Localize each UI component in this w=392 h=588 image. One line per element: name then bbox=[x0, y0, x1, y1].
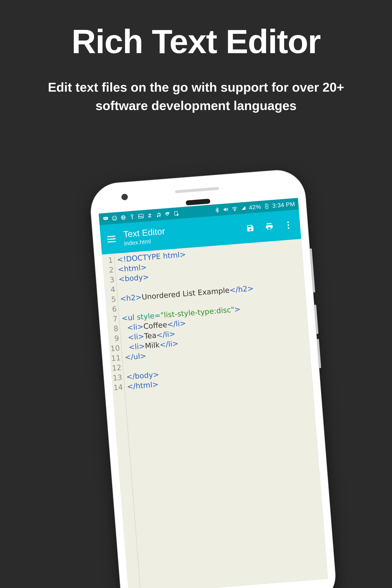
svg-rect-11 bbox=[132, 216, 132, 219]
refresh-icon bbox=[164, 211, 171, 217]
svg-point-15 bbox=[177, 214, 178, 215]
line-number: 12 bbox=[110, 362, 122, 373]
code-token: </li> bbox=[156, 330, 176, 340]
phone-earpiece bbox=[186, 199, 210, 206]
phone-side-button bbox=[314, 304, 318, 334]
save-button[interactable] bbox=[242, 220, 258, 236]
svg-point-4 bbox=[112, 216, 117, 220]
phone-side-button bbox=[310, 248, 315, 292]
code-token: <li> bbox=[128, 342, 145, 352]
screen-icon bbox=[173, 210, 180, 216]
code-token: <li> bbox=[128, 332, 144, 342]
face-icon bbox=[111, 215, 118, 221]
phone-camera bbox=[121, 194, 128, 200]
line-number: 6 bbox=[106, 304, 117, 314]
code-token: </li> bbox=[167, 319, 186, 329]
line-number: 14 bbox=[112, 382, 123, 393]
hero-title: Rich Text Editor bbox=[0, 22, 392, 61]
cell-icon bbox=[240, 205, 247, 211]
line-number: 9 bbox=[108, 334, 119, 344]
phone-screen: 42% 3:34 PM Text Editor index.html bbox=[99, 198, 328, 588]
code-token: <html> bbox=[117, 263, 147, 274]
print-button[interactable] bbox=[262, 219, 277, 235]
toolbar-title-block: Text Editor index.html bbox=[118, 220, 244, 248]
code-token: <li> bbox=[127, 322, 144, 332]
svg-point-6 bbox=[115, 217, 116, 218]
line-number: 1 bbox=[102, 255, 113, 266]
code-token: > bbox=[234, 305, 241, 314]
code-token: </html> bbox=[127, 380, 159, 391]
phone-speaker-grill bbox=[175, 187, 219, 193]
battery-icon bbox=[264, 203, 270, 209]
svg-rect-12 bbox=[132, 218, 133, 218]
line-number: 7 bbox=[106, 314, 118, 324]
code-token: Milk bbox=[144, 340, 160, 350]
letter-z-icon bbox=[146, 212, 153, 218]
code-token: Coffee bbox=[143, 320, 167, 330]
globe-icon bbox=[120, 214, 127, 220]
chat-icon bbox=[102, 216, 109, 222]
wifi-icon bbox=[231, 206, 238, 212]
code-token: <body> bbox=[118, 272, 150, 284]
svg-line-9 bbox=[121, 217, 125, 218]
code-content[interactable]: <!DOCTYPE html><html><body><h2>Unordered… bbox=[114, 239, 328, 588]
code-token: style= bbox=[136, 311, 161, 322]
line-number: 3 bbox=[104, 275, 115, 285]
music-icon bbox=[155, 212, 162, 218]
svg-point-24 bbox=[287, 222, 289, 223]
line-number: 13 bbox=[111, 372, 122, 383]
code-token: </h2> bbox=[229, 284, 254, 294]
svg-rect-22 bbox=[107, 238, 116, 240]
svg-point-18 bbox=[234, 210, 235, 211]
mute-icon bbox=[222, 206, 229, 212]
svg-rect-21 bbox=[107, 236, 116, 238]
phone-mockup: 42% 3:34 PM Text Editor index.html bbox=[88, 168, 338, 588]
line-number: 10 bbox=[109, 343, 120, 354]
hero-subtitle: Edit text files on the go with support f… bbox=[30, 78, 362, 115]
bluetooth-icon bbox=[214, 207, 220, 213]
code-editor[interactable]: 1234567891011121314 <!DOCTYPE html><html… bbox=[102, 239, 328, 588]
code-token: </ul> bbox=[124, 351, 146, 362]
line-number: 4 bbox=[104, 284, 116, 295]
line-number: 2 bbox=[103, 265, 114, 276]
svg-point-10 bbox=[131, 214, 133, 216]
overflow-menu-icon[interactable] bbox=[280, 217, 296, 233]
svg-point-25 bbox=[288, 224, 289, 226]
line-number: 8 bbox=[107, 324, 118, 334]
line-number: 5 bbox=[105, 294, 116, 305]
svg-rect-20 bbox=[266, 204, 267, 204]
code-token: Tea bbox=[144, 331, 157, 340]
line-number: 11 bbox=[110, 353, 121, 363]
marketing-hero: Rich Text Editor Edit text files on the … bbox=[0, 0, 392, 115]
code-token: <ul bbox=[121, 313, 137, 323]
code-token: </li> bbox=[159, 339, 179, 349]
phone-side-button bbox=[317, 339, 321, 368]
clock-time: 3:34 PM bbox=[272, 201, 295, 209]
code-token: <h2> bbox=[120, 293, 142, 303]
key-icon bbox=[128, 214, 136, 220]
battery-percent: 42% bbox=[249, 203, 262, 211]
image-icon bbox=[138, 213, 144, 219]
svg-rect-23 bbox=[108, 241, 116, 242]
svg-rect-13 bbox=[138, 214, 143, 218]
svg-point-5 bbox=[114, 217, 114, 218]
svg-point-26 bbox=[288, 227, 289, 229]
hamburger-menu-icon[interactable] bbox=[104, 231, 120, 247]
